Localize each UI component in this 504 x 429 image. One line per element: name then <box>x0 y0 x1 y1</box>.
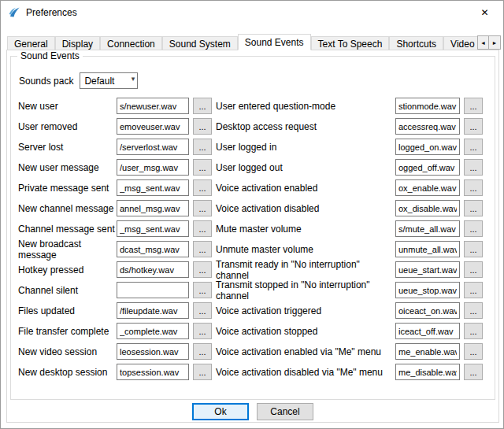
browse-button[interactable]: ... <box>464 139 483 155</box>
browse-button[interactable]: ... <box>464 118 483 135</box>
sound-file-input[interactable] <box>395 241 460 257</box>
sound-event-label: User logged out <box>216 162 395 173</box>
browse-button[interactable]: ... <box>193 139 212 155</box>
sound-file-input[interactable] <box>395 179 460 196</box>
browse-button[interactable]: ... <box>464 220 483 237</box>
sound-file-input[interactable] <box>395 282 460 298</box>
sound-event-row: Desktop access request ... <box>216 118 493 135</box>
browse-button[interactable]: ... <box>464 200 483 216</box>
browse-button[interactable]: ... <box>464 343 483 360</box>
sound-file-input[interactable] <box>117 261 189 278</box>
sound-file-input[interactable] <box>117 364 189 380</box>
browse-button[interactable]: ... <box>464 261 483 278</box>
browse-button[interactable]: ... <box>193 343 212 360</box>
sound-event-row: User removed ... <box>18 118 215 135</box>
sounds-pack-row: Sounds pack Default ▾ <box>19 72 138 89</box>
sound-event-row: Unmute master volume ... <box>216 241 493 257</box>
sound-file-input[interactable] <box>117 159 189 176</box>
sound-file-input[interactable] <box>117 241 189 257</box>
browse-button[interactable]: ... <box>464 282 483 298</box>
browse-button[interactable]: ... <box>193 118 212 135</box>
sound-event-label: Server lost <box>18 142 117 153</box>
browse-button[interactable]: ... <box>193 98 212 114</box>
browse-button[interactable]: ... <box>464 179 483 196</box>
sound-file-input[interactable] <box>395 302 460 319</box>
sound-file-input[interactable] <box>395 220 460 237</box>
sound-event-label: Desktop access request <box>216 121 395 132</box>
tab-sound-system[interactable]: Sound System <box>162 36 238 50</box>
browse-button[interactable]: ... <box>193 302 212 319</box>
sound-file-input[interactable] <box>395 98 460 114</box>
browse-button[interactable]: ... <box>193 241 212 257</box>
browse-button[interactable]: ... <box>193 159 212 176</box>
sound-file-input[interactable] <box>395 139 460 155</box>
tab-connection[interactable]: Connection <box>100 36 162 50</box>
browse-button[interactable]: ... <box>464 241 483 257</box>
sound-file-input[interactable] <box>117 118 189 135</box>
dialog-button-row: Ok Cancel <box>7 403 498 420</box>
sound-file-input[interactable] <box>395 343 460 360</box>
tab-display[interactable]: Display <box>55 36 100 50</box>
tab-shortcuts[interactable]: Shortcuts <box>389 36 443 50</box>
browse-button[interactable]: ... <box>193 179 212 196</box>
sound-event-row: New user message ... <box>18 159 215 176</box>
tab-sound-events[interactable]: Sound Events <box>238 34 311 50</box>
sound-event-label: Channel silent <box>18 285 117 296</box>
close-button[interactable]: ✕ <box>467 2 502 24</box>
tab-text-to-speech[interactable]: Text To Speech <box>311 36 390 50</box>
tab-scroll-left-button[interactable]: ◄ <box>477 35 489 50</box>
sounds-pack-value: Default <box>84 76 114 87</box>
sound-event-row: Voice activation stopped ... <box>216 323 493 339</box>
browse-button[interactable]: ... <box>464 302 483 319</box>
sound-event-row: Transmit ready in "No interruption" chan… <box>216 261 493 278</box>
sound-event-row: New video session ... <box>18 343 215 360</box>
sound-event-label: Voice activation enabled <box>216 183 395 194</box>
sound-file-input[interactable] <box>117 220 189 237</box>
browse-button[interactable]: ... <box>193 282 212 298</box>
browse-button[interactable]: ... <box>464 364 483 380</box>
sound-file-input[interactable] <box>395 364 460 380</box>
sound-event-row: New broadcast message ... <box>18 241 215 257</box>
sound-event-label: New user message <box>18 162 117 173</box>
sound-events-column-right: User entered question-mode ... Desktop a… <box>216 98 493 384</box>
sound-file-input[interactable] <box>117 139 189 155</box>
sound-event-label: New video session <box>18 346 117 357</box>
browse-button[interactable]: ... <box>193 323 212 339</box>
sound-event-label: Voice activation triggered <box>216 305 395 316</box>
tab-general[interactable]: General <box>7 36 55 50</box>
sound-file-input[interactable] <box>117 282 189 298</box>
sound-file-input[interactable] <box>117 200 189 216</box>
browse-button[interactable]: ... <box>193 261 212 278</box>
browse-button[interactable]: ... <box>193 364 212 380</box>
ok-button[interactable]: Ok <box>192 403 249 420</box>
tab-strip: General Display Connection Sound System … <box>7 34 480 50</box>
browse-button[interactable]: ... <box>464 323 483 339</box>
app-icon <box>8 6 20 19</box>
tab-video[interactable]: Video <box>443 36 480 50</box>
close-icon: ✕ <box>480 7 488 18</box>
sounds-pack-select[interactable]: Default ▾ <box>80 72 138 89</box>
sound-event-row: Private message sent ... <box>18 179 215 196</box>
browse-button[interactable]: ... <box>464 159 483 176</box>
sound-event-row: File transfer complete ... <box>18 323 215 339</box>
browse-button[interactable]: ... <box>193 220 212 237</box>
sound-file-input[interactable] <box>395 159 460 176</box>
sound-file-input[interactable] <box>395 323 460 339</box>
sound-file-input[interactable] <box>395 118 460 135</box>
sound-event-label: New desktop session <box>18 367 117 378</box>
tab-scroll-control: ◄ ► <box>477 35 501 50</box>
tab-scroll-right-button[interactable]: ► <box>489 35 501 50</box>
sound-file-input[interactable] <box>395 200 460 216</box>
sound-file-input[interactable] <box>117 98 189 114</box>
sound-file-input[interactable] <box>395 261 460 278</box>
sound-file-input[interactable] <box>117 302 189 319</box>
sound-file-input[interactable] <box>117 323 189 339</box>
browse-button[interactable]: ... <box>193 200 212 216</box>
browse-button[interactable]: ... <box>464 98 483 114</box>
sound-file-input[interactable] <box>117 179 189 196</box>
sound-event-label: Voice activation enabled via "Me" menu <box>216 346 395 357</box>
sound-event-label: Channel message sent <box>18 224 117 235</box>
cancel-button[interactable]: Cancel <box>257 403 313 420</box>
sound-file-input[interactable] <box>117 343 189 360</box>
sound-event-row: New desktop session ... <box>18 364 215 380</box>
